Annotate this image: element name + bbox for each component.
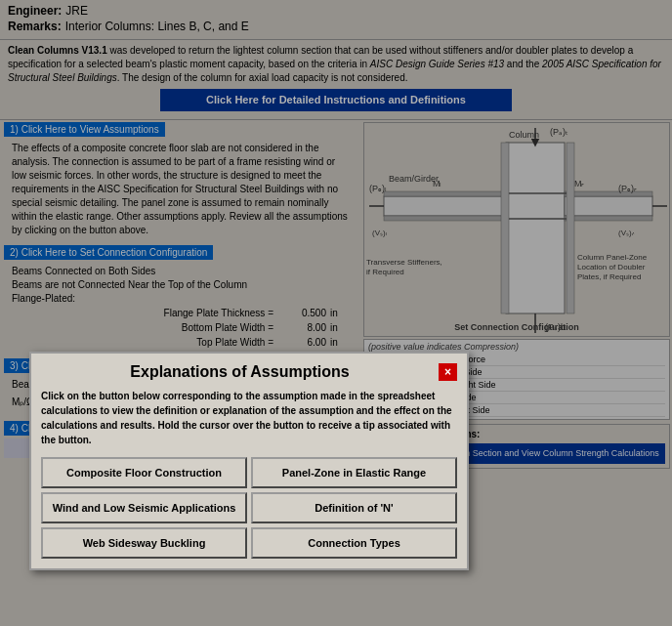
modal-overlay[interactable]: Explanations of Assumptions × Click on t… [0,0,672,626]
modal-box: Explanations of Assumptions × Click on t… [29,352,469,570]
modal-btn-0[interactable]: Composite Floor Construction [41,457,247,488]
modal-title: Explanations of Assumptions [41,363,439,381]
modal-btn-1[interactable]: Panel-Zone in Elastic Range [251,457,457,488]
main-container: Engineer: JRE Remarks: Interior Columns:… [0,0,672,626]
modal-title-bar: Explanations of Assumptions × [41,363,457,381]
modal-btn-2[interactable]: Wind and Low Seismic Applications [41,492,247,523]
modal-btn-5[interactable]: Connection Types [251,527,457,559]
modal-btn-3[interactable]: Definition of 'N' [251,492,457,523]
modal-btn-4[interactable]: Web Sidesway Buckling [41,527,247,559]
modal-buttons: Composite Floor Construction Panel-Zone … [41,457,457,559]
modal-description: Click on the button below corresponding … [41,389,457,447]
modal-close-button[interactable]: × [439,363,457,381]
